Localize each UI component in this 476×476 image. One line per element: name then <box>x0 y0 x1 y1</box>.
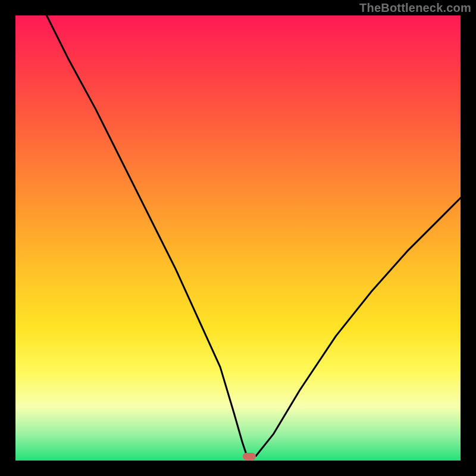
chart-frame: TheBottleneck.com <box>0 0 476 476</box>
plot-area <box>15 15 461 461</box>
bottleneck-curve <box>15 15 461 461</box>
minimum-marker <box>243 453 256 460</box>
watermark-text: TheBottleneck.com <box>359 1 471 15</box>
